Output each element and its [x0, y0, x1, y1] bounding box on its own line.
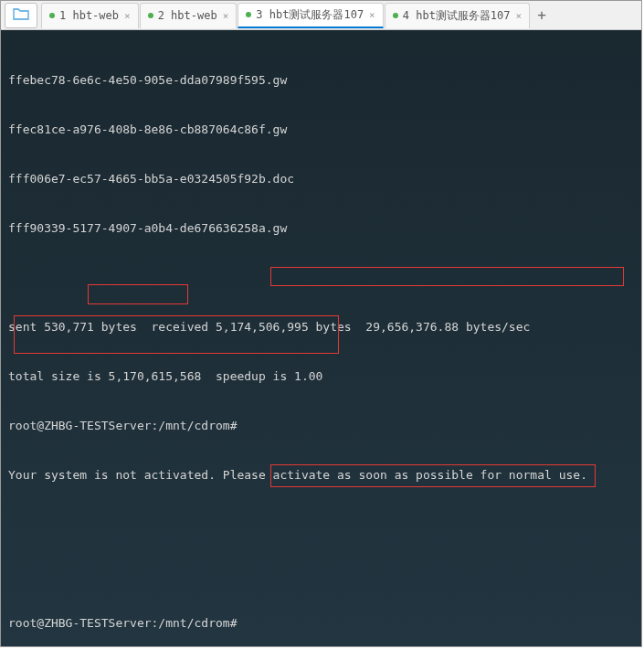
tab-1[interactable]: 1 hbt-web ×	[41, 3, 139, 28]
tab-label: 1 hbt-web	[59, 9, 119, 22]
terminal-line: fff90339-5177-4907-a0b4-de676636258a.gw	[8, 220, 634, 237]
terminal-line: sent 530,771 bytes received 5,174,506,99…	[8, 319, 634, 335]
close-icon[interactable]: ×	[223, 10, 229, 22]
terminal-line	[8, 566, 634, 582]
terminal-line: root@ZHBG-TESTServer:/mnt/cdrom#	[8, 418, 634, 434]
terminal-line	[8, 516, 634, 533]
terminal-line: Your system is not activated. Please act…	[8, 467, 634, 484]
terminal-content: ffebec78-6e6c-4e50-905e-dda07989f595.gw …	[8, 39, 634, 646]
terminal-line: ffec81ce-a976-408b-8e86-cb887064c86f.gw	[8, 122, 634, 138]
tab-bar: 1 hbt-web × 2 hbt-web × 3 hbt测试服务器107 × …	[1, 1, 641, 30]
terminal-line: fff006e7-ec57-4665-bb5a-e0324505f92b.doc	[8, 171, 634, 187]
terminal-line: total size is 5,170,615,568 speedup is 1…	[8, 368, 634, 385]
status-dot-icon	[148, 13, 153, 18]
status-dot-icon	[393, 13, 398, 18]
terminal-line: ffebec78-6e6c-4e50-905e-dda07989f595.gw	[8, 72, 634, 89]
tab-label: 4 hbt测试服务器107	[403, 8, 511, 24]
close-icon[interactable]: ×	[124, 10, 131, 22]
new-tab-button[interactable]: +	[531, 5, 553, 27]
folder-button[interactable]	[5, 3, 37, 28]
status-dot-icon	[49, 13, 55, 18]
terminal-pane[interactable]: ffebec78-6e6c-4e50-905e-dda07989f595.gw …	[1, 30, 641, 646]
tab-2[interactable]: 2 hbt-web ×	[140, 3, 238, 28]
terminal-line: root@ZHBG-TESTServer:/mnt/cdrom#	[8, 615, 634, 632]
annotation-box-incremental	[88, 284, 188, 304]
close-icon[interactable]: ×	[516, 10, 523, 22]
tab-4[interactable]: 4 hbt测试服务器107 ×	[385, 3, 530, 28]
status-dot-icon	[246, 12, 251, 17]
tab-3[interactable]: 3 hbt测试服务器107 ×	[238, 3, 383, 28]
folder-icon	[13, 6, 29, 24]
terminal-line	[8, 270, 634, 286]
close-icon[interactable]: ×	[369, 9, 375, 21]
tab-label: 3 hbt测试服务器107	[256, 7, 364, 23]
tab-label: 2 hbt-web	[158, 9, 217, 22]
